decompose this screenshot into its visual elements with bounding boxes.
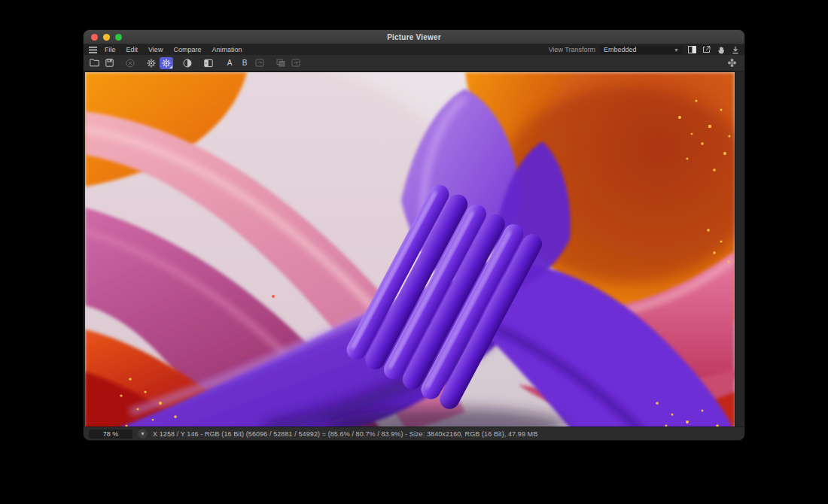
open-external-icon[interactable]: [702, 45, 711, 54]
menu-compare[interactable]: Compare: [168, 46, 206, 53]
contrast-button[interactable]: [181, 57, 194, 69]
chevron-down-icon: ▼: [140, 431, 145, 436]
set-a-button[interactable]: A: [223, 57, 236, 69]
view-transform-dropdown[interactable]: Embedded ▼: [600, 46, 683, 54]
toolbar: A B: [84, 55, 744, 71]
display-settings-gear-button[interactable]: [160, 57, 173, 69]
menu-file[interactable]: File: [99, 46, 121, 53]
hamburger-menu-icon[interactable]: [89, 47, 97, 53]
zoom-level-field[interactable]: 78 %: [89, 430, 132, 439]
title-bar: Picture Viewer: [84, 30, 744, 44]
save-button[interactable]: [102, 57, 116, 69]
picture-viewer-window: Picture Viewer File Edit View Compare An…: [83, 29, 745, 441]
traffic-lights: [91, 34, 122, 41]
export-image-button: [289, 57, 303, 69]
zoom-button[interactable]: [115, 34, 122, 41]
close-button[interactable]: [91, 34, 98, 41]
view-transform-label: View Transform: [549, 46, 595, 53]
desktop-background: Picture Viewer File Edit View Compare An…: [0, 0, 828, 504]
ab-compare-button[interactable]: [202, 57, 215, 69]
menu-animation[interactable]: Animation: [206, 46, 247, 53]
rendered-image[interactable]: [85, 72, 735, 427]
abstract-render-art: [85, 72, 735, 427]
chevron-down-icon: ▼: [674, 47, 679, 53]
swap-ab-button: [253, 57, 266, 69]
right-scroll-gutter[interactable]: [735, 71, 744, 427]
copy-image-button: [274, 57, 288, 69]
pixel-info-text: X 1258 / Y 146 - RGB (16 Bit) (56096 / 5…: [153, 430, 537, 438]
menu-view[interactable]: View: [143, 46, 168, 53]
palette-icon[interactable]: [725, 57, 738, 69]
viewer-content: [84, 71, 744, 427]
menu-bar: File Edit View Compare Animation View Tr…: [84, 44, 744, 55]
split-view-icon[interactable]: [687, 45, 697, 54]
set-b-button[interactable]: B: [238, 57, 251, 69]
view-transform-value: Embedded: [604, 46, 637, 53]
menu-edit[interactable]: Edit: [121, 46, 144, 53]
status-bar: 78 % ▼ X 1258 / Y 146 - RGB (16 Bit) (56…: [84, 427, 744, 440]
hand-pan-icon[interactable]: [716, 45, 726, 54]
minimize-button[interactable]: [103, 34, 110, 41]
histogram-gear-button[interactable]: [145, 57, 158, 69]
stop-render-button: [123, 57, 137, 69]
zoom-dropdown-button[interactable]: ▼: [138, 429, 148, 439]
window-title: Picture Viewer: [84, 33, 744, 41]
open-file-button[interactable]: [87, 57, 101, 69]
download-dock-icon[interactable]: [730, 45, 740, 54]
